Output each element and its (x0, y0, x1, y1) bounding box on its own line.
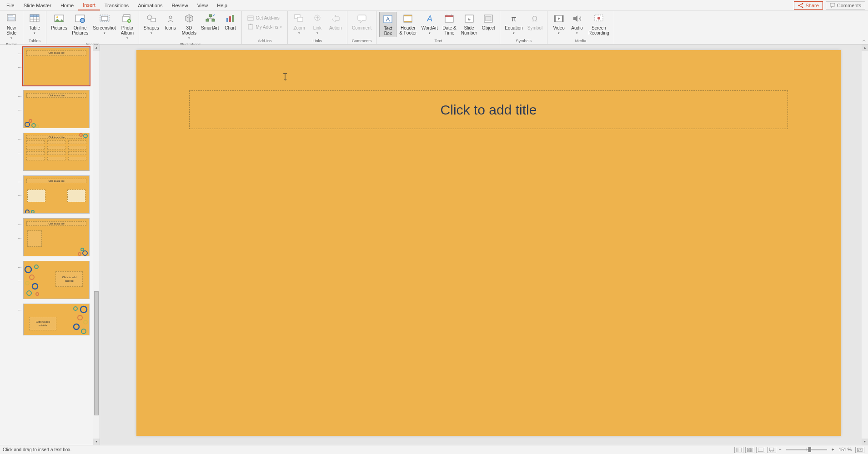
comment-icon (830, 3, 835, 8)
slideshow-view-button[interactable] (767, 447, 776, 453)
svg-point-70 (81, 248, 84, 251)
normal-view-button[interactable] (734, 447, 743, 453)
tab-transitions[interactable]: Transitions (100, 1, 133, 10)
sorter-view-button[interactable] (745, 447, 754, 453)
wordart-button[interactable]: A WordArt (420, 12, 440, 36)
tab-review[interactable]: Review (167, 1, 193, 10)
ribbon-collapse-button[interactable]: ︿ (862, 37, 866, 43)
title-placeholder[interactable]: Click to add title (189, 90, 788, 129)
comments-button[interactable]: Comments (826, 1, 865, 10)
3d-models-button[interactable]: 3D Models (180, 12, 198, 41)
slide-editor[interactable]: Click to add title ▴ ▾ (100, 45, 868, 445)
date-time-button[interactable]: Date & Time (441, 12, 458, 36)
svg-rect-30 (229, 16, 231, 22)
zoom-out-button[interactable]: − (779, 447, 782, 452)
slide-thumb-4[interactable]: Click to add title (23, 175, 90, 214)
svg-rect-46 (445, 15, 453, 17)
video-icon (553, 13, 565, 25)
tab-help[interactable]: Help (212, 1, 232, 10)
slide-thumb-6[interactable]: Click to add subtitle (23, 261, 90, 299)
scroll-up-button[interactable]: ▴ (93, 45, 100, 51)
pictures-button[interactable]: Pictures (49, 12, 69, 31)
svg-point-72 (35, 265, 38, 269)
svg-rect-96 (858, 448, 862, 452)
equation-icon: π (508, 13, 520, 25)
group-tables-label: Tables (29, 38, 40, 43)
comment-button[interactable]: Comment (350, 12, 373, 31)
icons-icon (165, 13, 176, 25)
thumbnail-list[interactable]: Click to add title Click to add title Cl… (0, 45, 93, 445)
svg-rect-57 (562, 15, 563, 22)
smartart-button[interactable]: SmartArt (199, 12, 221, 31)
photo-album-icon (121, 13, 133, 25)
editor-scroll-down-button[interactable]: ▾ (862, 439, 868, 445)
smartart-label: SmartArt (201, 25, 219, 30)
svg-point-77 (36, 293, 39, 295)
slide-thumb-1[interactable]: Click to add title (23, 47, 90, 85)
audio-button[interactable]: Audio (568, 12, 586, 36)
share-button[interactable]: Share (794, 1, 823, 10)
screen-recording-button[interactable]: Screen Recording (587, 12, 611, 36)
my-addins-label: My Add-ins (256, 25, 278, 30)
object-button[interactable]: Object (480, 12, 497, 31)
svg-rect-31 (232, 15, 234, 22)
chart-button[interactable]: Chart (221, 12, 239, 31)
fit-window-button[interactable] (855, 447, 864, 453)
slide-thumb-7[interactable]: Click to add subtitle (23, 304, 90, 335)
svg-point-79 (74, 307, 77, 310)
tab-home[interactable]: Home (56, 1, 78, 10)
slide-thumb-2[interactable]: Click to add title (23, 90, 90, 128)
editor-scroll-up-button[interactable]: ▴ (862, 45, 868, 51)
svg-rect-93 (769, 448, 774, 451)
tab-view[interactable]: View (193, 1, 213, 10)
slide-canvas[interactable]: Click to add title (136, 50, 841, 436)
screenshot-button[interactable]: Screenshot (91, 12, 118, 36)
shapes-button[interactable]: Shapes (142, 12, 161, 36)
svg-point-59 (597, 17, 600, 20)
zoom-button[interactable]: Zoom (291, 12, 308, 36)
zoom-slider[interactable] (786, 449, 827, 450)
action-button[interactable]: Action (327, 12, 344, 31)
new-slide-button[interactable]: New Slide (3, 12, 20, 41)
tab-slide-master[interactable]: Slide Master (19, 1, 56, 10)
equation-button[interactable]: π Equation (503, 12, 524, 36)
tab-file[interactable]: File (2, 1, 19, 10)
my-addins-button[interactable]: My Add-ins ▾ (246, 23, 282, 31)
table-button[interactable]: Table (26, 12, 43, 36)
get-addins-button[interactable]: Get Add-ins (246, 14, 282, 22)
svg-rect-28 (212, 19, 215, 21)
svg-rect-43 (404, 21, 412, 22)
svg-rect-85 (736, 448, 742, 452)
svg-rect-36 (297, 17, 303, 21)
thumb-scrollbar[interactable]: ▴ ▾ (93, 45, 100, 445)
slide-thumb-5[interactable]: Click to add title (23, 218, 90, 256)
text-box-button[interactable]: A Text Box (379, 12, 396, 37)
group-images: Pictures Online Pictures Screenshot Phot… (46, 11, 139, 44)
online-pictures-button[interactable]: Online Pictures (70, 12, 90, 36)
video-button[interactable]: Video (550, 12, 567, 36)
svg-point-73 (30, 275, 34, 279)
svg-text:Ω: Ω (532, 15, 537, 23)
tab-insert[interactable]: Insert (78, 0, 100, 10)
svg-point-71 (25, 266, 31, 273)
group-links: Zoom Link Action Links (288, 11, 347, 44)
zoom-slider-thumb[interactable] (808, 447, 811, 452)
date-time-label: Date & Time (442, 25, 457, 35)
svg-point-69 (78, 253, 81, 255)
scroll-down-button[interactable]: ▾ (93, 439, 100, 445)
editor-scrollbar[interactable]: ▴ ▾ (862, 45, 868, 445)
zoom-level[interactable]: 151 % (839, 447, 852, 452)
header-footer-button[interactable]: Header & Footer (397, 12, 418, 36)
zoom-in-button[interactable]: + (832, 447, 834, 452)
slide-thumb-3[interactable]: Click to add title (23, 133, 90, 171)
svg-text:A: A (426, 14, 432, 23)
photo-album-button[interactable]: Photo Album (119, 12, 136, 41)
reading-view-button[interactable] (756, 447, 765, 453)
symbol-button[interactable]: Ω Symbol (526, 12, 544, 31)
tab-animations[interactable]: Animations (133, 1, 167, 10)
icons-button[interactable]: Icons (162, 12, 179, 31)
slide-number-button[interactable]: # Slide Number (459, 12, 479, 36)
link-button[interactable]: Link (309, 12, 326, 36)
svg-rect-87 (748, 448, 749, 449)
scroll-thumb[interactable] (94, 291, 99, 415)
